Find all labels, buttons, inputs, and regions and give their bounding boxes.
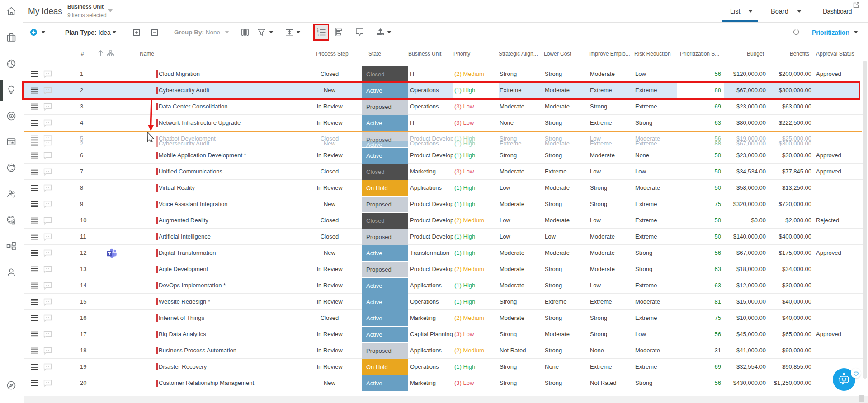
svg-text:3: 3	[317, 33, 319, 36]
